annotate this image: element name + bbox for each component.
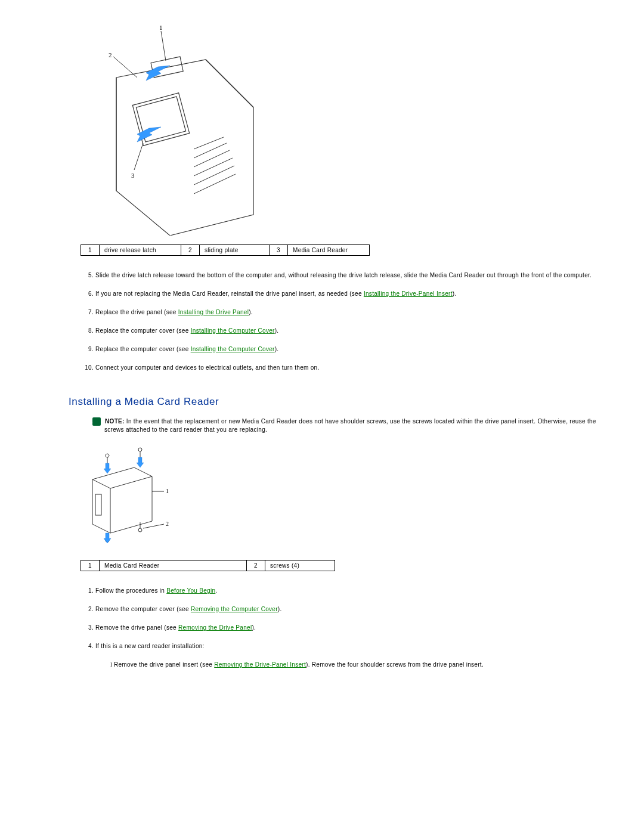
step-text: Remove the computer cover (see Removing … xyxy=(95,606,282,612)
list-item: 9.Replace the computer cover (see Instal… xyxy=(80,345,620,354)
cross-reference-link[interactable]: Installing the Computer Cover xyxy=(191,327,275,334)
list-item: 7.Replace the drive panel (see Installin… xyxy=(80,308,620,317)
step-text: If this is a new card reader installatio… xyxy=(95,643,205,649)
note-row: NOTE: In the event that the replacement … xyxy=(92,417,596,434)
step-number: 6. xyxy=(80,289,94,298)
svg-rect-15 xyxy=(95,494,101,515)
svg-text:3: 3 xyxy=(131,172,135,179)
cross-reference-link[interactable]: Removing the Computer Cover xyxy=(191,606,278,612)
svg-text:1: 1 xyxy=(166,488,169,494)
cross-reference-link[interactable]: Installing the Computer Cover xyxy=(191,346,275,352)
cross-reference-link[interactable]: Installing the Drive Panel xyxy=(178,309,249,315)
list-item: 5.Slide the drive latch release toward t… xyxy=(80,271,620,280)
step-text: Slide the drive latch release toward the… xyxy=(95,272,592,278)
svg-line-7 xyxy=(194,174,236,194)
figure2-callout-table: 1 Media Card Reader 2 screws (4) xyxy=(80,560,335,571)
step-number: 3. xyxy=(80,623,94,632)
cell-num: 1 xyxy=(81,245,100,256)
step-number: 5. xyxy=(80,271,94,280)
svg-line-6 xyxy=(194,166,234,185)
cross-reference-link[interactable]: Removing the Drive-Panel Insert xyxy=(214,661,306,668)
step-text: Replace the computer cover (see Installi… xyxy=(95,346,278,352)
step-text: If you are not replacing the Media Card … xyxy=(95,290,456,297)
step-number: 2. xyxy=(80,605,94,614)
svg-line-3 xyxy=(194,143,227,158)
svg-point-16 xyxy=(106,454,109,457)
note-text: In the event that the replacement or new… xyxy=(104,418,596,433)
cross-reference-link[interactable]: Before You Begin xyxy=(166,587,215,594)
cross-reference-link[interactable]: Installing the Drive-Panel Insert xyxy=(364,290,453,297)
cell-label: screws (4) xyxy=(265,561,335,571)
list-item: 2.Remove the computer cover (see Removin… xyxy=(80,605,620,614)
figure-computer-chassis: 1 2 3 xyxy=(80,24,259,236)
svg-line-4 xyxy=(194,150,230,167)
step-text: Connect your computer and devices to ele… xyxy=(95,364,320,371)
svg-line-11 xyxy=(134,143,143,170)
svg-line-5 xyxy=(194,158,233,176)
cell-label: Media Card Reader xyxy=(100,561,247,571)
step-text: Remove the drive panel (see Removing the… xyxy=(95,624,256,631)
cell-label: Media Card Reader xyxy=(288,245,370,256)
svg-line-9 xyxy=(161,31,166,61)
cell-label: sliding plate xyxy=(200,245,270,256)
cross-reference-link[interactable]: Removing the Drive Panel xyxy=(178,624,252,631)
list-item: 10.Connect your computer and devices to … xyxy=(80,363,620,372)
step-text: Replace the computer cover (see Installi… xyxy=(95,327,278,334)
figure-card-reader-screws: 1 2 xyxy=(80,444,170,551)
step-number: 1. xyxy=(80,586,94,595)
list-item: 6.If you are not replacing the Media Car… xyxy=(80,289,620,298)
svg-line-10 xyxy=(113,57,137,78)
step-number: 4. xyxy=(80,642,94,651)
removal-steps-list: 5.Slide the drive latch release toward t… xyxy=(80,271,620,372)
svg-text:2: 2 xyxy=(109,51,112,58)
install-steps-list: 1.Follow the procedures in Before You Be… xyxy=(80,586,620,669)
step-number: 9. xyxy=(80,345,94,354)
step-number: 7. xyxy=(80,308,94,317)
sub-item: l Remove the drive panel insert (see Rem… xyxy=(110,660,620,669)
step-number: 10. xyxy=(80,363,94,372)
svg-line-2 xyxy=(194,137,224,149)
step-text: Follow the procedures in Before You Begi… xyxy=(95,587,217,594)
figure1-callout-table: 1 drive release latch 2 sliding plate 3 … xyxy=(80,244,370,256)
step-number: 8. xyxy=(80,326,94,335)
svg-point-18 xyxy=(138,448,142,451)
cell-num: 1 xyxy=(81,561,100,571)
svg-text:1: 1 xyxy=(159,24,163,31)
step-text: Replace the drive panel (see Installing … xyxy=(95,309,253,315)
cell-num: 2 xyxy=(181,245,200,256)
svg-line-25 xyxy=(143,524,164,528)
note-icon xyxy=(92,417,101,426)
svg-point-22 xyxy=(138,528,142,532)
cell-num: 3 xyxy=(270,245,288,256)
section-heading-installing: Installing a Media Card Reader xyxy=(69,396,620,408)
svg-text:2: 2 xyxy=(166,521,169,527)
cell-num: 2 xyxy=(247,561,265,571)
list-item: 4.If this is a new card reader installat… xyxy=(80,642,620,669)
note-label: NOTE: xyxy=(105,418,125,425)
list-item: 1.Follow the procedures in Before You Be… xyxy=(80,586,620,595)
cell-label: drive release latch xyxy=(100,245,181,256)
list-item: 8.Replace the computer cover (see Instal… xyxy=(80,326,620,335)
list-item: 3.Remove the drive panel (see Removing t… xyxy=(80,623,620,632)
